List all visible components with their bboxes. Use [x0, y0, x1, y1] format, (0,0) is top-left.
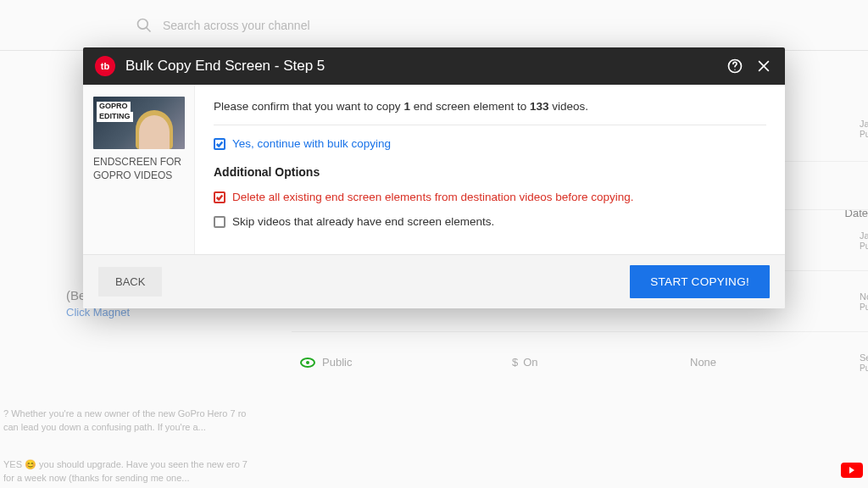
close-icon[interactable] [754, 57, 773, 75]
bulk-copy-modal: tb Bulk Copy End Screen - Step 5 GOPRO E… [83, 47, 785, 308]
modal-footer: BACK START COPYING! [83, 254, 785, 308]
checkbox-unchecked-icon[interactable] [214, 216, 225, 228]
modal-sidebar: GOPRO EDITING ENDSCREEN FOR GOPRO VIDEOS [83, 85, 195, 254]
skip-videos-checkbox-row[interactable]: Skip videos that already have end screen… [214, 215, 766, 228]
continue-label: Yes, continue with bulk copying [232, 137, 391, 150]
help-icon[interactable] [726, 57, 744, 75]
svg-point-3 [734, 69, 735, 70]
checkbox-checked-icon[interactable] [214, 138, 225, 150]
continue-checkbox-row[interactable]: Yes, continue with bulk copying [214, 137, 766, 150]
delete-existing-label: Delete all existing end screen elements … [232, 191, 634, 203]
back-button[interactable]: BACK [98, 267, 162, 297]
modal-overlay: tb Bulk Copy End Screen - Step 5 GOPRO E… [0, 0, 868, 488]
delete-existing-checkbox-row[interactable]: Delete all existing end screen elements … [214, 191, 766, 203]
skip-videos-label: Skip videos that already have end screen… [232, 215, 494, 228]
tubebuddy-logo-icon: tb [95, 56, 115, 76]
source-video-title: ENDSCREEN FOR GOPRO VIDEOS [93, 156, 184, 182]
start-copying-button[interactable]: START COPYING! [630, 265, 770, 298]
checkbox-checked-icon[interactable] [214, 191, 225, 203]
confirm-message: Please confirm that you want to copy 1 e… [214, 100, 766, 125]
modal-header: tb Bulk Copy End Screen - Step 5 [83, 47, 785, 85]
modal-title: Bulk Copy End Screen - Step 5 [125, 58, 715, 75]
additional-options-heading: Additional Options [214, 165, 766, 179]
source-video-thumbnail: GOPRO EDITING [93, 97, 185, 149]
